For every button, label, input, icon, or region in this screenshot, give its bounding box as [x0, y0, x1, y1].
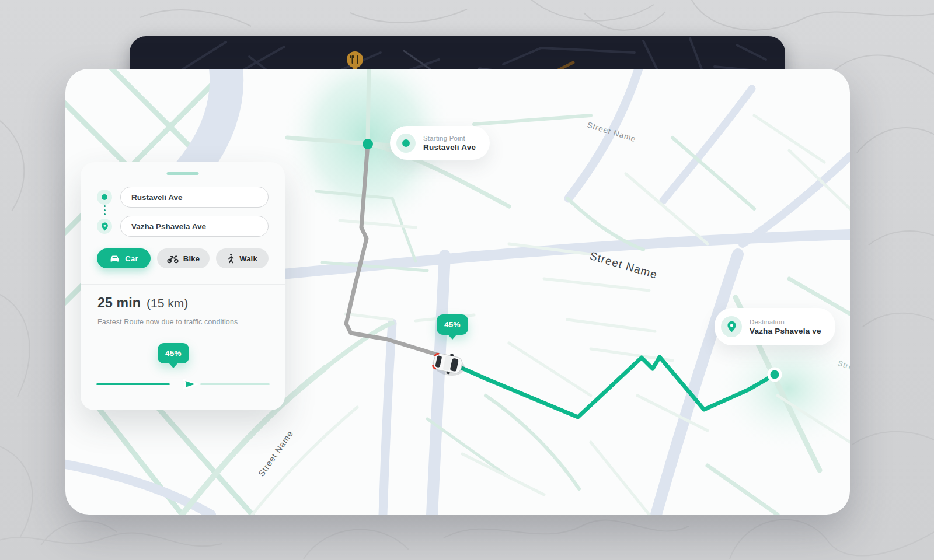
start-marker-card[interactable]: Starting Point Rustaveli Ave [390, 126, 490, 160]
destination-pin-icon [97, 219, 112, 234]
destination-marker-title: Destination [750, 318, 821, 326]
eta-value: 25 min [97, 295, 141, 311]
distance-value: (15 km) [147, 296, 188, 310]
route-planner-panel: Car Bike Walk 25 min (15 km) Fastest Rou… [81, 162, 285, 410]
destination-marker-card[interactable]: Destination Vazha Pshavela ve [715, 308, 835, 345]
progress-remaining-segment [200, 383, 270, 386]
trip-progress-bar [96, 378, 270, 390]
destination-pin-icon [721, 316, 742, 337]
panel-divider [81, 284, 285, 285]
route-note: Fastest Route now due to traffic conditi… [97, 318, 238, 326]
start-input[interactable] [120, 187, 269, 208]
destination-input-row [97, 216, 269, 237]
walk-icon [227, 253, 235, 264]
start-marker-title: Starting Point [423, 135, 476, 142]
mode-walk-button[interactable]: Walk [216, 249, 269, 268]
route-connector-dots [104, 205, 106, 215]
vehicle-progress-bubble: 45% [437, 314, 468, 335]
progress-done-segment [96, 383, 170, 386]
mode-car-label: Car [125, 254, 138, 263]
start-dot-icon [396, 134, 416, 153]
mode-car-button[interactable]: Car [97, 249, 151, 268]
motorcycle-icon [167, 254, 179, 264]
car-icon [109, 254, 120, 263]
mode-bike-button[interactable]: Bike [157, 249, 210, 268]
start-marker-dot[interactable] [363, 139, 373, 149]
eta-row: 25 min (15 km) [97, 295, 188, 311]
mode-bike-label: Bike [183, 254, 200, 263]
street-label-center: Street Name [588, 250, 659, 281]
start-marker-name: Rustaveli Ave [423, 143, 476, 152]
destination-marker-name: Vazha Pshavela ve [750, 327, 821, 335]
start-input-row [97, 187, 269, 208]
arrow-icon [180, 378, 200, 390]
panel-progress-bubble: 45% [158, 343, 189, 363]
travel-mode-group: Car Bike Walk [97, 249, 269, 268]
destination-marker-dot[interactable] [769, 369, 780, 380]
start-dot-icon [97, 190, 112, 205]
drag-handle[interactable] [167, 172, 199, 175]
mode-walk-label: Walk [239, 254, 257, 263]
destination-input[interactable] [120, 216, 269, 237]
